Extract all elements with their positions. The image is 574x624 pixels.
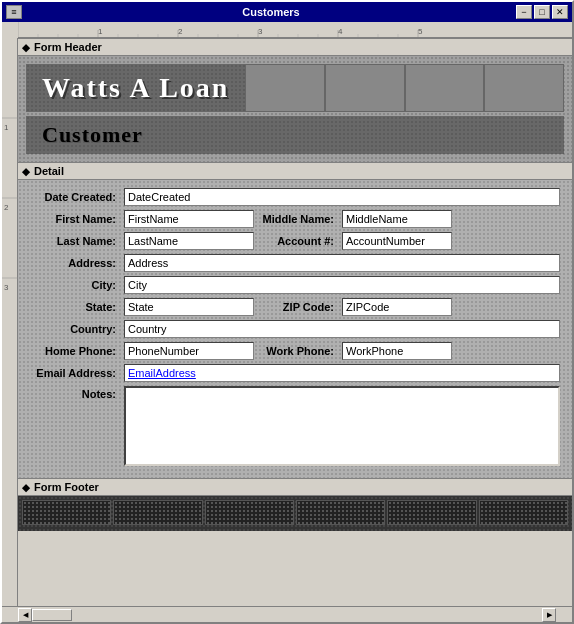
vertical-ruler: 1 2 3 <box>2 38 18 606</box>
date-created-row: Date Created: <box>30 188 560 206</box>
detail-text: Detail <box>34 165 64 177</box>
form-footer-arrow: ◆ <box>22 482 30 493</box>
notes-textarea[interactable] <box>124 386 560 466</box>
footer-cell-4 <box>296 500 385 525</box>
form-design-area: ◆ Form Header Watts A Loan <box>18 38 572 606</box>
header-cell-2 <box>325 64 405 112</box>
address-input[interactable] <box>124 254 560 272</box>
title-bar: ≡ Customers − □ ✕ <box>2 2 572 22</box>
country-label: Country: <box>30 323 120 335</box>
scroll-right-button[interactable]: ▶ <box>542 608 556 622</box>
account-label: Account #: <box>258 235 338 247</box>
last-name-label: Last Name: <box>30 235 120 247</box>
city-row: City: <box>30 276 560 294</box>
header-title-customer-cell: Customer <box>26 116 564 154</box>
zip-input[interactable] <box>342 298 452 316</box>
zip-label: ZIP Code: <box>258 301 338 313</box>
window-controls: − □ ✕ <box>516 5 568 19</box>
ruler-svg: 1 2 3 4 5 <box>18 22 572 37</box>
form-footer-section-label: ◆ Form Footer <box>18 478 572 496</box>
form-header-arrow: ◆ <box>22 42 30 53</box>
email-row: Email Address: <box>30 364 560 382</box>
first-middle-row: First Name: Middle Name: <box>30 210 560 228</box>
city-input[interactable] <box>124 276 560 294</box>
account-input[interactable] <box>342 232 452 250</box>
svg-text:5: 5 <box>418 27 423 36</box>
vruler-svg: 1 2 3 <box>2 38 18 606</box>
main-area: 1 2 3 ◆ Form Header Wa <box>2 38 572 606</box>
svg-text:4: 4 <box>338 27 343 36</box>
country-row: Country: <box>30 320 560 338</box>
svg-text:2: 2 <box>4 203 9 212</box>
home-phone-label: Home Phone: <box>30 345 120 357</box>
scroll-left-button[interactable]: ◀ <box>18 608 32 622</box>
footer-cell-6 <box>479 500 568 525</box>
header-title-watts-cell: Watts A Loan <box>26 64 245 112</box>
maximize-button[interactable]: □ <box>534 5 550 19</box>
detail-section-label: ◆ Detail <box>18 162 572 180</box>
header-title-customer: Customer <box>34 120 556 150</box>
form-footer-content <box>18 496 572 531</box>
header-cell-3 <box>405 64 485 112</box>
header-row-1: Watts A Loan <box>26 64 564 112</box>
header-cell-4 <box>484 64 564 112</box>
form-footer-text: Form Footer <box>34 481 99 493</box>
horizontal-ruler: 1 2 3 4 5 <box>18 22 572 38</box>
work-phone-label: Work Phone: <box>258 345 338 357</box>
header-cell-1 <box>245 64 325 112</box>
window-title: Customers <box>26 6 516 18</box>
country-input[interactable] <box>124 320 560 338</box>
state-label: State: <box>30 301 120 313</box>
scroll-track[interactable] <box>32 607 542 622</box>
state-input[interactable] <box>124 298 254 316</box>
svg-text:3: 3 <box>4 283 9 292</box>
address-label: Address: <box>30 257 120 269</box>
horizontal-scrollbar: ◀ ▶ <box>2 606 572 622</box>
close-button[interactable]: ✕ <box>552 5 568 19</box>
header-row-2: Customer <box>26 116 564 154</box>
email-label: Email Address: <box>30 367 120 379</box>
svg-text:3: 3 <box>258 27 263 36</box>
main-window: ≡ Customers − □ ✕ 1 2 3 4 5 <box>0 0 574 624</box>
detail-arrow: ◆ <box>22 166 30 177</box>
city-label: City: <box>30 279 120 291</box>
work-phone-input[interactable] <box>342 342 452 360</box>
form-header-content: Watts A Loan Customer <box>18 56 572 162</box>
notes-label: Notes: <box>30 386 120 400</box>
last-name-input[interactable] <box>124 232 254 250</box>
svg-text:1: 1 <box>98 27 103 36</box>
phone-row: Home Phone: Work Phone: <box>30 342 560 360</box>
footer-cell-3 <box>205 500 294 525</box>
minimize-button[interactable]: − <box>516 5 532 19</box>
home-phone-input[interactable] <box>124 342 254 360</box>
header-title-watts: Watts A Loan <box>34 68 237 108</box>
notes-row: Notes: <box>30 386 560 466</box>
svg-text:2: 2 <box>178 27 183 36</box>
middle-name-label: Middle Name: <box>258 213 338 225</box>
date-created-input[interactable] <box>124 188 560 206</box>
window-icon[interactable]: ≡ <box>6 5 22 19</box>
footer-cell-1 <box>22 500 111 525</box>
first-name-input[interactable] <box>124 210 254 228</box>
last-account-row: Last Name: Account #: <box>30 232 560 250</box>
footer-cell-5 <box>387 500 476 525</box>
footer-cell-2 <box>113 500 202 525</box>
form-header-text: Form Header <box>34 41 102 53</box>
address-row: Address: <box>30 254 560 272</box>
svg-text:1: 1 <box>4 123 9 132</box>
first-name-label: First Name: <box>30 213 120 225</box>
middle-name-input[interactable] <box>342 210 452 228</box>
scroll-thumb[interactable] <box>32 609 72 621</box>
detail-content: Date Created: First Name: Middle Name: L… <box>18 180 572 478</box>
form-header-section-label: ◆ Form Header <box>18 38 572 56</box>
email-input[interactable] <box>124 364 560 382</box>
date-created-label: Date Created: <box>30 191 120 203</box>
window-inner: 1 2 3 4 5 <box>2 22 572 622</box>
state-zip-row: State: ZIP Code: <box>30 298 560 316</box>
